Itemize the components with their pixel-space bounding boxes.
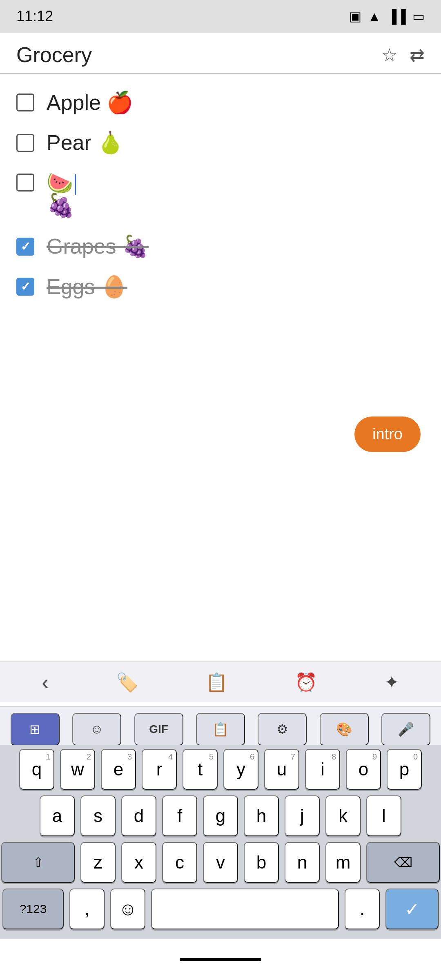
key-numbers[interactable]: ?123	[2, 889, 64, 929]
list-item: 🍉 🍇	[16, 163, 425, 227]
key-g[interactable]: g	[203, 795, 238, 836]
keyboard-row-4: ?123 , ☺ . ✓	[0, 889, 441, 929]
copy-button[interactable]: 📋	[201, 668, 232, 697]
clock-icon: ⏰	[295, 672, 317, 692]
key-d[interactable]: d	[121, 795, 156, 836]
key-k[interactable]: k	[325, 795, 361, 836]
star-icon: ☆	[381, 45, 397, 65]
mic-icon: 🎤	[398, 722, 414, 737]
keyboard-mode-clipboard[interactable]: 📋	[196, 713, 245, 746]
key-i[interactable]: 8i	[305, 749, 340, 790]
key-m[interactable]: m	[325, 842, 361, 883]
nav-bar	[0, 939, 441, 980]
key-l[interactable]: l	[366, 795, 401, 836]
back-icon: ‹	[42, 670, 49, 694]
battery-icon: ▭	[412, 9, 425, 24]
star-button[interactable]: ☆	[381, 45, 397, 65]
wifi-icon: ▲	[368, 9, 381, 24]
label-button[interactable]: 🏷️	[112, 668, 143, 697]
back-button[interactable]: ‹	[38, 666, 53, 699]
key-emoji[interactable]: ☺	[110, 889, 145, 929]
status-time: 11:12	[16, 8, 53, 25]
key-p[interactable]: 0p	[387, 749, 422, 790]
keyboard-mode-grid[interactable]: ⊞	[11, 713, 60, 746]
palette-icon: 🎨	[336, 722, 352, 737]
checkbox-pear[interactable]	[16, 134, 34, 152]
gif-icon: GIF	[149, 723, 168, 736]
key-b[interactable]: b	[244, 842, 279, 883]
label-icon: 🏷️	[116, 672, 138, 692]
signal-icon: ▐▐	[388, 9, 406, 24]
key-period[interactable]: .	[345, 889, 380, 929]
keyboard-mode-gif[interactable]: GIF	[134, 713, 183, 746]
clock-button[interactable]: ⏰	[291, 668, 321, 697]
key-space[interactable]	[151, 889, 339, 929]
key-h[interactable]: h	[244, 795, 279, 836]
key-y[interactable]: 6y	[223, 749, 258, 790]
key-a[interactable]: a	[40, 795, 75, 836]
sim-icon: ▣	[349, 9, 361, 24]
list-area: Apple 🍎 Pear 🍐 🍉 🍇 Grapes 🍇 Eggs 🥚	[0, 74, 441, 315]
title-bar: ☆ ⇄	[0, 33, 441, 74]
item-label-grapes: Grapes 🍇	[47, 234, 149, 259]
list-item: Pear 🍐	[16, 122, 425, 163]
key-q[interactable]: 1q	[19, 749, 54, 790]
item-label-eggs: Eggs 🥚	[47, 274, 127, 299]
settings-icon: ⚙	[276, 722, 288, 737]
intro-button[interactable]: intro	[354, 416, 421, 452]
key-e[interactable]: 3e	[101, 749, 136, 790]
refresh-icon: ⇄	[410, 45, 425, 65]
key-t[interactable]: 5t	[183, 749, 218, 790]
key-u[interactable]: 7u	[264, 749, 299, 790]
item-label-apple: Apple 🍎	[47, 90, 133, 115]
keyboard-mode-settings[interactable]: ⚙	[258, 713, 307, 746]
key-shift[interactable]: ⇧	[1, 842, 75, 883]
key-backspace[interactable]: ⌫	[366, 842, 440, 883]
status-bar: 11:12 ▣ ▲ ▐▐ ▭	[0, 0, 441, 33]
emoji-icon: ☺	[90, 722, 104, 737]
key-f[interactable]: f	[162, 795, 197, 836]
key-enter[interactable]: ✓	[385, 889, 439, 929]
key-n[interactable]: n	[285, 842, 320, 883]
nav-indicator	[180, 958, 261, 961]
keyboard-mode-voice[interactable]: 🎤	[381, 713, 430, 746]
item-label-watermelon-emoji2: 🍇	[47, 192, 76, 219]
title-input[interactable]	[16, 42, 381, 67]
key-w[interactable]: 2w	[60, 749, 95, 790]
key-c[interactable]: c	[162, 842, 197, 883]
list-item: Grapes 🍇	[16, 226, 425, 266]
list-item: Eggs 🥚	[16, 267, 425, 307]
keyboard-toolbar: ‹ 🏷️ 📋 ⏰ ✦	[0, 662, 441, 702]
refresh-button[interactable]: ⇄	[410, 45, 425, 65]
item-label-pear: Pear 🍐	[47, 130, 124, 155]
special-star-icon: ✦	[384, 672, 399, 692]
app-container: ☆ ⇄ Apple 🍎 Pear 🍐 🍉 🍇	[0, 33, 441, 315]
copy-icon: 📋	[205, 672, 228, 692]
keyboard-row-3: ⇧ z x c v b n m ⌫	[0, 842, 441, 883]
title-icons: ☆ ⇄	[381, 45, 425, 65]
clipboard-icon: 📋	[212, 722, 229, 737]
grid-icon: ⊞	[29, 722, 40, 737]
key-o[interactable]: 9o	[346, 749, 381, 790]
key-r[interactable]: 4r	[142, 749, 177, 790]
special-star-button[interactable]: ✦	[380, 668, 403, 697]
checkbox-eggs[interactable]	[16, 278, 34, 296]
status-icons: ▣ ▲ ▐▐ ▭	[349, 9, 425, 24]
key-s[interactable]: s	[80, 795, 116, 836]
key-comma[interactable]: ,	[69, 889, 105, 929]
keyboard-mode-theme[interactable]: 🎨	[320, 713, 369, 746]
checkbox-apple[interactable]	[16, 94, 34, 111]
checkbox-watermelon[interactable]	[16, 174, 34, 192]
list-item: Apple 🍎	[16, 82, 425, 122]
key-z[interactable]: z	[80, 842, 116, 883]
key-x[interactable]: x	[121, 842, 156, 883]
checkbox-grapes[interactable]	[16, 238, 34, 256]
keyboard-row-2: a s d f g h j k l	[0, 795, 441, 836]
key-j[interactable]: j	[285, 795, 320, 836]
keyboard-row-1: 1q 2w 3e 4r 5t 6y 7u 8i 9o 0p	[0, 749, 441, 790]
keyboard: 1q 2w 3e 4r 5t 6y 7u 8i 9o 0p a s d f g …	[0, 745, 441, 939]
keyboard-mode-emoji[interactable]: ☺	[72, 713, 121, 746]
key-v[interactable]: v	[203, 842, 238, 883]
